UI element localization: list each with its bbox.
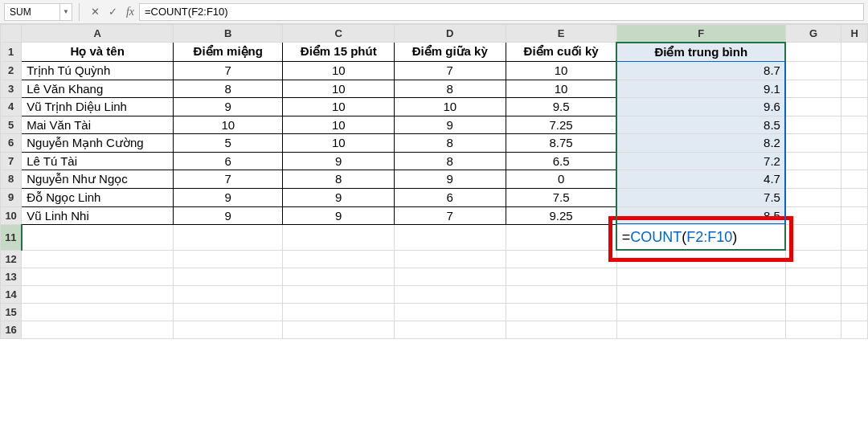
cell-E10[interactable]: 9.25: [506, 206, 616, 224]
cell-D8[interactable]: 9: [395, 170, 506, 188]
cell-D7[interactable]: 8: [395, 152, 506, 170]
cell-G10[interactable]: [785, 206, 841, 224]
col-header-F[interactable]: F: [616, 25, 785, 43]
cell-A15[interactable]: [22, 303, 174, 321]
cell-F7[interactable]: 7.2: [616, 152, 785, 170]
cell-F1[interactable]: Điểm trung bình: [616, 43, 785, 62]
cell-E3[interactable]: 10: [506, 80, 616, 97]
name-box[interactable]: SUM: [4, 3, 60, 21]
cell-B3[interactable]: 8: [174, 80, 283, 97]
cell-D16[interactable]: [395, 321, 506, 338]
cell-C8[interactable]: 8: [283, 170, 395, 188]
cell-A8[interactable]: Nguyễn Như Ngọc: [22, 170, 174, 188]
cell-D13[interactable]: [395, 268, 506, 285]
cell-F10[interactable]: 8.5: [616, 206, 785, 224]
cell-E9[interactable]: 7.5: [506, 188, 616, 206]
col-header-D[interactable]: D: [395, 25, 506, 43]
cell-C6[interactable]: 10: [283, 133, 395, 152]
col-header-A[interactable]: A: [22, 25, 174, 43]
col-header-H[interactable]: H: [841, 25, 868, 43]
cell-C14[interactable]: [283, 285, 395, 303]
cell-F9[interactable]: 7.5: [616, 188, 785, 206]
cell-E13[interactable]: [506, 268, 616, 285]
cell-G15[interactable]: [785, 303, 841, 321]
row-header-6[interactable]: 6: [1, 133, 22, 152]
row-header-7[interactable]: 7: [1, 152, 22, 170]
cell-A7[interactable]: Lê Tú Tài: [22, 152, 174, 170]
cell-D14[interactable]: [395, 285, 506, 303]
cell-A12[interactable]: [22, 250, 174, 268]
cell-H16[interactable]: [841, 321, 868, 338]
cell-G9[interactable]: [785, 188, 841, 206]
cell-A1[interactable]: Họ và tên: [22, 43, 174, 62]
row-header-2[interactable]: 2: [1, 61, 22, 80]
col-header-E[interactable]: E: [506, 25, 616, 43]
cell-A2[interactable]: Trịnh Tú Quỳnh: [22, 61, 174, 80]
row-header-4[interactable]: 4: [1, 97, 22, 116]
cell-E15[interactable]: [506, 303, 616, 321]
cell-C11[interactable]: [283, 224, 395, 250]
cell-H8[interactable]: [841, 170, 868, 188]
row-header-13[interactable]: 13: [1, 268, 22, 285]
spreadsheet-grid[interactable]: ABCDEFGH1Họ và tênĐiểm miệngĐiểm 15 phút…: [0, 24, 868, 339]
cell-D4[interactable]: 10: [395, 97, 506, 116]
cell-F6[interactable]: 8.2: [616, 133, 785, 152]
cell-F3[interactable]: 9.1: [616, 80, 785, 97]
cell-H9[interactable]: [841, 188, 868, 206]
cell-E4[interactable]: 9.5: [506, 97, 616, 116]
cell-G16[interactable]: [785, 321, 841, 338]
cell-E11[interactable]: [506, 224, 616, 250]
cell-C16[interactable]: [283, 321, 395, 338]
cell-H14[interactable]: [841, 285, 868, 303]
cell-F16[interactable]: [616, 321, 785, 338]
col-header-B[interactable]: B: [174, 25, 283, 43]
cell-F2[interactable]: 8.7: [616, 61, 785, 80]
cell-B10[interactable]: 9: [174, 206, 283, 224]
cell-F13[interactable]: [616, 268, 785, 285]
cell-C13[interactable]: [283, 268, 395, 285]
cell-A10[interactable]: Vũ Linh Nhi: [22, 206, 174, 224]
row-header-11[interactable]: 11: [1, 224, 22, 250]
cell-H12[interactable]: [841, 250, 868, 268]
formula-input[interactable]: =COUNT(F2:F10): [139, 3, 864, 21]
cell-C2[interactable]: 10: [283, 61, 395, 80]
cell-H1[interactable]: [841, 43, 868, 62]
cell-C4[interactable]: 10: [283, 97, 395, 116]
cell-G12[interactable]: [785, 250, 841, 268]
row-header-1[interactable]: 1: [1, 43, 22, 62]
cell-C10[interactable]: 9: [283, 206, 395, 224]
cell-B8[interactable]: 7: [174, 170, 283, 188]
cell-D10[interactable]: 7: [395, 206, 506, 224]
cell-H2[interactable]: [841, 61, 868, 80]
cell-B11[interactable]: [174, 224, 283, 250]
cell-C5[interactable]: 10: [283, 116, 395, 133]
cell-H11[interactable]: [841, 224, 868, 250]
row-header-16[interactable]: 16: [1, 321, 22, 338]
cell-D12[interactable]: [395, 250, 506, 268]
cell-H13[interactable]: [841, 268, 868, 285]
cell-G13[interactable]: [785, 268, 841, 285]
cell-F11[interactable]: =COUNT(F2:F10): [616, 224, 785, 250]
cell-B4[interactable]: 9: [174, 97, 283, 116]
cell-A5[interactable]: Mai Văn Tài: [22, 116, 174, 133]
row-header-15[interactable]: 15: [1, 303, 22, 321]
cell-B14[interactable]: [174, 285, 283, 303]
cell-E8[interactable]: 0: [506, 170, 616, 188]
cell-A16[interactable]: [22, 321, 174, 338]
cell-G2[interactable]: [785, 61, 841, 80]
cell-B6[interactable]: 5: [174, 133, 283, 152]
cell-D3[interactable]: 8: [395, 80, 506, 97]
cell-B7[interactable]: 6: [174, 152, 283, 170]
col-header-C[interactable]: C: [283, 25, 395, 43]
cell-F8[interactable]: 4.7: [616, 170, 785, 188]
cell-D6[interactable]: 8: [395, 133, 506, 152]
cell-C15[interactable]: [283, 303, 395, 321]
cell-B9[interactable]: 9: [174, 188, 283, 206]
cell-E5[interactable]: 7.25: [506, 116, 616, 133]
cell-B16[interactable]: [174, 321, 283, 338]
cell-B13[interactable]: [174, 268, 283, 285]
cell-A14[interactable]: [22, 285, 174, 303]
cell-H15[interactable]: [841, 303, 868, 321]
row-header-9[interactable]: 9: [1, 188, 22, 206]
cell-H3[interactable]: [841, 80, 868, 97]
